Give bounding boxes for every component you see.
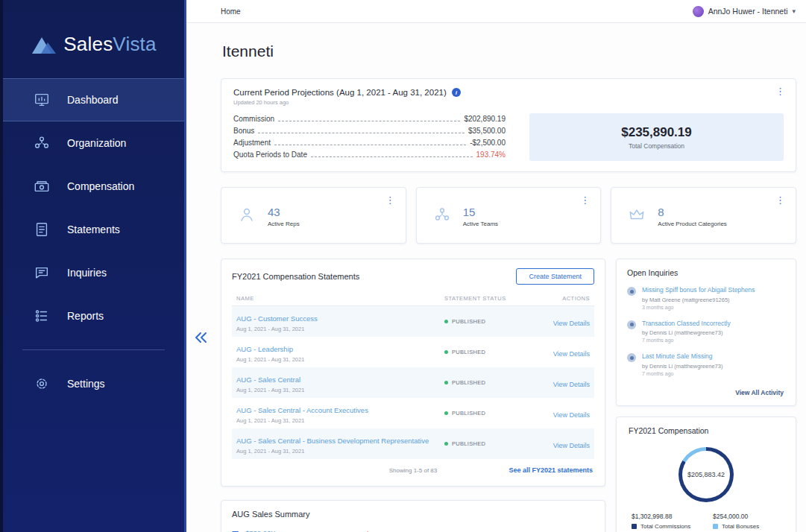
legend-label: Total Bonuses <box>722 523 759 530</box>
chevron-down-icon: ▾ <box>792 7 796 15</box>
fy2021-compensation-card: FY2021 Compensation $205,883.42 $1,302,9… <box>616 417 796 532</box>
compensation-donut: $205,883.42 <box>679 447 734 502</box>
inquiry-age: 3 months ago <box>642 305 755 310</box>
published-status-dot <box>444 411 448 415</box>
sidebar-item-label: Statements <box>67 224 120 235</box>
total-compensation-value: $235,890.19 <box>621 125 692 140</box>
user-menu[interactable]: AnnJo Huwer - Itenneti ▾ <box>693 6 796 17</box>
sidebar-nav: Dashboard Organization Compensation Stat… <box>3 78 184 405</box>
status-badge: PUBLISHED <box>452 379 485 386</box>
total-compensation-box: $235,890.19 Total Compensation <box>529 113 784 161</box>
view-details-link[interactable]: View Details <box>553 320 590 327</box>
published-status-dot <box>444 320 448 323</box>
sidebar-item-compensation[interactable]: Compensation <box>3 165 184 208</box>
sidebar-divider <box>22 349 165 350</box>
statement-name-link[interactable]: AUG - Sales Central <box>236 376 300 384</box>
table-row: AUG - Leadership Aug 1, 2021 - Aug 31, 2… <box>232 337 594 367</box>
view-details-link[interactable]: View Details <box>553 442 590 449</box>
legend-item: $1,302,998.88 Total Commissions <box>632 513 699 530</box>
sidebar-item-label: Dashboard <box>67 94 119 106</box>
sidebar-item-inquiries[interactable]: Inquiries <box>3 251 184 294</box>
sidebar-item-settings[interactable]: Settings <box>3 362 184 405</box>
active-product-categories-card: ⋮ 8 Active Product Categories <box>611 187 796 244</box>
projections-card: ⋮ Current Period Projections (Aug 1, 202… <box>221 78 796 172</box>
dotted-leader <box>311 156 473 157</box>
open-inquiries-title: Open Inquiries <box>627 268 785 277</box>
statement-name-link[interactable]: AUG - Sales Central - Account Executives <box>236 406 368 414</box>
topbar: Home AnnJo Huwer - Itenneti ▾ <box>186 0 806 23</box>
brand-name: SalesVista <box>63 33 156 56</box>
column-header-status: STATEMENT STATUS <box>444 295 530 302</box>
inquiries-list: Missing Spiff bonus for Abigail Stephens… <box>627 286 785 376</box>
summary-value-link[interactable]: $532.20K <box>245 529 367 532</box>
salesvista-logo: SalesVista <box>3 0 184 78</box>
statement-period: Aug 1, 2021 - Aug 31, 2021 <box>236 326 444 332</box>
view-all-activity-link[interactable]: View All Activity <box>627 386 785 398</box>
table-row: AUG - Sales Central Aug 1, 2021 - Aug 31… <box>232 367 594 398</box>
projection-value: 193.74% <box>476 149 506 161</box>
sidebar-item-label: Organization <box>67 137 126 149</box>
brand-primary: Sales <box>63 33 113 55</box>
view-details-link[interactable]: View Details <box>553 411 590 419</box>
projections-updated: Updated 20 hours ago <box>233 99 784 106</box>
column-header-name: NAME <box>236 295 444 302</box>
see-all-statements-link[interactable]: See all FY2021 statements <box>509 466 593 474</box>
user-name: AnnJo Huwer - Itenneti <box>708 7 788 16</box>
published-status-dot <box>444 442 448 446</box>
donut-legend: $1,302,998.88 Total Commissions $254,000… <box>629 513 784 532</box>
status-badge: PUBLISHED <box>452 410 485 417</box>
kebab-menu-icon[interactable]: ⋮ <box>772 85 788 98</box>
breadcrumb[interactable]: Home <box>221 7 241 16</box>
active-teams-card: ⋮ 15 Active Teams <box>416 187 602 244</box>
sidebar-item-dashboard[interactable]: Dashboard <box>3 78 184 121</box>
summary-item: $532.20K Gross Margin 20% <box>232 529 394 532</box>
sidebar-collapse-icon[interactable] <box>193 331 210 344</box>
sidebar-item-label: Reports <box>67 310 104 322</box>
content: Itenneti ⋮ Current Period Projections (A… <box>186 23 806 532</box>
view-details-link[interactable]: View Details <box>553 350 590 358</box>
total-compensation-label: Total Compensation <box>629 142 684 150</box>
statement-name-link[interactable]: AUG - Leadership <box>236 345 293 353</box>
status-badge: PUBLISHED <box>452 318 485 325</box>
inquiry-avatar-icon <box>627 320 636 329</box>
sidebar-item-organization[interactable]: Organization <box>3 121 184 165</box>
page-title: Itenneti <box>222 42 796 60</box>
sales-summary-title: AUG Sales Summary <box>232 510 594 519</box>
avatar <box>693 6 704 17</box>
table-row: AUG - Customer Success Aug 1, 2021 - Aug… <box>232 306 594 337</box>
legend-label: Total Commissions <box>640 523 690 530</box>
statement-name-link[interactable]: AUG - Sales Central - Business Developme… <box>236 437 429 445</box>
kebab-menu-icon[interactable]: ⋮ <box>772 194 788 206</box>
statement-name-link[interactable]: AUG - Customer Success <box>236 314 318 323</box>
lower-grid: FY2021 Compensation Statements Create St… <box>221 259 796 532</box>
inquiry-title-link[interactable]: Transaction Classed Incorrectly <box>642 320 731 328</box>
sidebar-item-label: Inquiries <box>67 267 107 279</box>
statements-table: NAME STATEMENT STATUS ACTIONS AUG - Cust… <box>232 292 594 459</box>
inquiry-title-link[interactable]: Last Minute Sale Missing <box>642 352 722 361</box>
product-categories-icon <box>628 206 646 227</box>
info-icon[interactable]: i <box>452 88 461 97</box>
kebab-menu-icon[interactable]: ⋮ <box>577 194 593 206</box>
projection-label: Commission <box>233 113 274 125</box>
inquiry-title-link[interactable]: Missing Spiff bonus for Abigail Stephens <box>642 286 755 294</box>
dotted-leader <box>258 133 465 133</box>
statement-period: Aug 1, 2021 - Aug 31, 2021 <box>236 387 444 393</box>
sales-summary-list: $532.20K Gross Margin 20% <box>232 529 394 532</box>
create-statement-button[interactable]: Create Statement <box>516 268 594 285</box>
sidebar-item-statements[interactable]: Statements <box>3 208 184 251</box>
status-badge: PUBLISHED <box>452 440 485 447</box>
projections-title: Current Period Projections (Aug 1, 2021 … <box>233 88 447 97</box>
kebab-menu-icon[interactable]: ⋮ <box>382 194 398 206</box>
sidebar-item-reports[interactable]: Reports <box>3 294 184 338</box>
dotted-leader <box>274 145 466 145</box>
view-details-link[interactable]: View Details <box>553 381 590 388</box>
projection-label: Adjustment <box>233 137 271 149</box>
sidebar-item-label: Compensation <box>67 180 134 192</box>
team-icon <box>433 206 451 227</box>
projection-value: $202,890.19 <box>464 113 506 125</box>
published-status-dot <box>444 350 448 354</box>
active-reps-card: ⋮ 43 Active Reps <box>221 187 406 244</box>
stat-label: Active Teams <box>463 221 498 227</box>
projection-value: $35,500.00 <box>468 125 506 137</box>
table-row: AUG - Sales Central - Business Developme… <box>232 428 594 459</box>
